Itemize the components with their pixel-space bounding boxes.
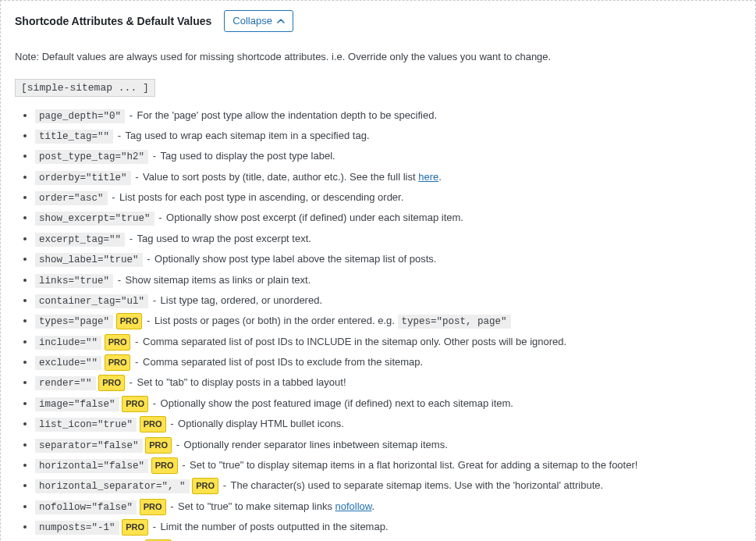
attribute-description: Show sitemap items as links or plain tex… (126, 274, 311, 286)
attribute-item: include="" PRO - Comma separated list of… (35, 334, 741, 351)
attribute-description: Set to "true" to make sitemap links (178, 500, 335, 512)
pro-badge: PRO (105, 334, 131, 351)
attribute-item: render="" PRO - Set to "tab" to display … (35, 375, 741, 391)
pro-badge: PRO (192, 478, 218, 494)
attribute-description: Tag used to display the post type label. (161, 150, 335, 162)
note-text: Note: Default values are always used for… (15, 49, 741, 65)
attribute-description: Tag used to wrap the post excerpt text. (137, 233, 311, 244)
pro-badge: PRO (116, 313, 143, 329)
attribute-item: post_type_tag="h2" - Tag used to display… (35, 148, 741, 165)
separator-dash: - (135, 336, 141, 347)
separator-dash: - (130, 109, 136, 121)
attribute-description: Optionally display HTML bullet icons. (178, 418, 344, 429)
attribute-code: image="false" (35, 397, 119, 411)
attribute-description-tail: . (438, 171, 442, 183)
attribute-item: show_excerpt="true" - Optionally show po… (35, 210, 741, 226)
separator-dash: - (118, 274, 124, 286)
pro-badge: PRO (140, 416, 166, 432)
attribute-item: show_label="true" - Optionally show post… (35, 251, 741, 268)
attribute-description: Optionally show the post featured image … (161, 397, 513, 409)
attribute-item: container_tag="ul" - List type tag, orde… (35, 293, 741, 309)
attribute-code: container_tag="ul" (35, 294, 148, 308)
separator-dash: - (170, 418, 176, 429)
attribute-description: Optionally render separator lines inbetw… (184, 439, 448, 450)
attribute-item: numposts="-1" PRO - Limit the number of … (35, 519, 741, 536)
attribute-code: order="asc" (35, 191, 108, 205)
separator-dash: - (147, 253, 153, 265)
attribute-code: page_depth="0" (35, 109, 125, 123)
attribute-code: horizontal="false" (35, 459, 148, 473)
attribute-example-code: types="post, page" (398, 315, 511, 329)
separator-dash: - (153, 294, 159, 306)
section-header: Shortcode Attributes & Default Values Co… (15, 10, 741, 32)
attribute-code: title_tag="" (35, 130, 113, 144)
attribute-description-tail: . (372, 500, 375, 512)
attribute-description: The character(s) used to separate sitema… (231, 479, 604, 491)
attribute-item: title_tag="" - Tag used to wrap each sit… (35, 128, 741, 144)
attribute-item: nofollow="false" PRO - Set to "true" to … (35, 499, 741, 515)
attribute-description: Optionally show post type label above th… (154, 253, 436, 265)
pro-badge: PRO (98, 375, 125, 391)
separator-dash: - (223, 479, 229, 491)
separator-dash: - (153, 521, 159, 532)
attribute-code: excerpt_tag="" (35, 233, 125, 247)
inline-link[interactable]: here (418, 171, 438, 183)
section-title: Shortcode Attributes & Default Values (15, 15, 211, 27)
attribute-item: types="page" PRO - List posts or pages (… (35, 313, 741, 329)
attribute-item: list_icon="true" PRO - Optionally displa… (35, 416, 741, 432)
attribute-code: nofollow="false" (35, 500, 137, 514)
separator-dash: - (130, 233, 136, 244)
attribute-description: Comma separated list of post IDs to INCL… (143, 336, 566, 347)
attribute-description: Value to sort posts by (title, date, aut… (143, 171, 418, 183)
separator-dash: - (153, 397, 159, 409)
separator-dash: - (130, 376, 136, 388)
collapse-button[interactable]: Collapse (224, 10, 293, 32)
attribute-description: For the 'page' post type allow the inden… (137, 109, 437, 121)
pro-badge: PRO (140, 499, 166, 515)
attribute-item: horizontal="false" PRO - Set to "true" t… (35, 457, 741, 474)
attribute-code: numposts="-1" (35, 521, 119, 535)
attribute-item: exclude="" PRO - Comma separated list of… (35, 354, 741, 371)
pro-badge: PRO (151, 457, 178, 474)
pro-badge: PRO (122, 519, 148, 536)
attribute-code: exclude="" (35, 356, 101, 370)
attribute-item: excerpt_tag="" - Tag used to wrap the po… (35, 231, 741, 247)
attribute-code: render="" (35, 376, 96, 390)
attribute-description: List posts for each post type in ascendi… (119, 191, 403, 203)
attribute-list: page_depth="0" - For the 'page' post typ… (15, 108, 741, 542)
collapse-button-label: Collapse (232, 15, 272, 27)
separator-dash: - (153, 150, 159, 162)
attribute-description: Tag used to wrap each sitemap item in a … (126, 130, 370, 141)
separator-dash: - (135, 171, 141, 183)
attribute-item: separator="false" PRO - Optionally rende… (35, 437, 741, 454)
attribute-description: Set to "tab" to display posts in a tabbe… (137, 376, 346, 388)
attribute-code: show_excerpt="true" (35, 212, 154, 226)
attribute-code: post_type_tag="h2" (35, 150, 148, 164)
attribute-code: include="" (35, 336, 101, 350)
separator-dash: - (147, 315, 153, 326)
attribute-description: List posts or pages (or both) in the ord… (154, 315, 397, 326)
attribute-code: orderby="title" (35, 171, 131, 185)
shortcode-heading-simple-sitemap: [simple-sitemap ... ] (15, 79, 155, 97)
attribute-code: separator="false" (35, 439, 143, 453)
pro-badge: PRO (145, 437, 172, 454)
attribute-code: horizontal_separator=", " (35, 479, 190, 493)
separator-dash: - (135, 356, 141, 368)
separator-dash: - (112, 191, 118, 203)
chevron-up-icon (277, 17, 285, 25)
separator-dash: - (158, 212, 165, 223)
attribute-code: types="page" (35, 315, 113, 329)
attribute-item: links="true" - Show sitemap items as lin… (35, 272, 741, 289)
attribute-code: show_label="true" (35, 253, 143, 267)
separator-dash: - (182, 459, 188, 471)
separator-dash: - (170, 500, 176, 512)
attribute-item: orderby="title" - Value to sort posts by… (35, 169, 741, 186)
pro-badge: PRO (122, 396, 148, 412)
attribute-description: List type tag, ordered, or unordered. (161, 294, 322, 306)
attribute-item: image="false" PRO - Optionally show the … (35, 396, 741, 412)
separator-dash: - (176, 439, 183, 450)
attribute-description: Optionally show post excerpt (if defined… (166, 212, 463, 223)
attribute-code: links="true" (35, 274, 113, 288)
attribute-item: horizontal_separator=", " PRO - The char… (35, 478, 741, 494)
inline-link[interactable]: nofollow (335, 500, 372, 512)
